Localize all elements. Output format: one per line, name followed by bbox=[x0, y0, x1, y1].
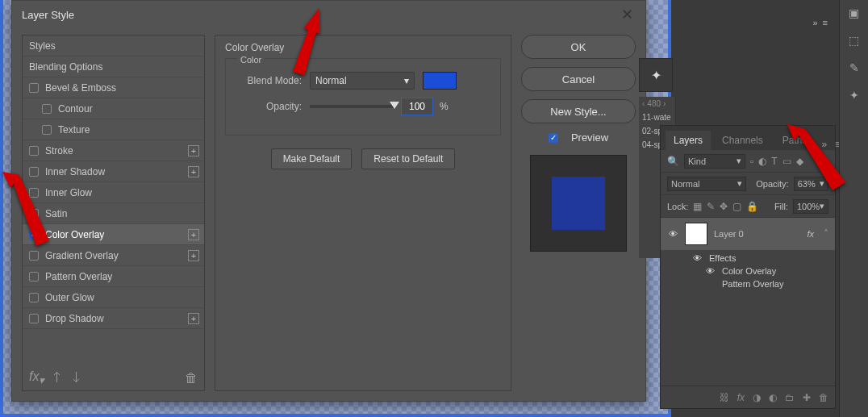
new-style-button[interactable]: New Style... bbox=[521, 99, 636, 123]
effects-heading: Effects bbox=[709, 253, 736, 263]
add-icon[interactable]: + bbox=[188, 229, 199, 240]
fill-label: Fill: bbox=[774, 202, 788, 211]
opacity-input[interactable] bbox=[401, 98, 433, 115]
link-icon[interactable]: ⛓ bbox=[720, 392, 729, 403]
settings-title: Color Overlay bbox=[225, 42, 501, 53]
style-texture[interactable]: Texture bbox=[23, 119, 204, 140]
brush-settings-icon[interactable]: ✎ bbox=[846, 60, 862, 76]
overlay-color-swatch[interactable] bbox=[423, 72, 457, 90]
layer-blend-select[interactable]: Normal▾ bbox=[667, 177, 746, 191]
activity-icon[interactable]: ▣ bbox=[846, 5, 862, 21]
slider-thumb-icon[interactable] bbox=[390, 102, 399, 109]
tab-paths[interactable]: Paths bbox=[774, 131, 816, 150]
effect-item[interactable]: Color Overlay bbox=[722, 266, 776, 276]
trash-icon[interactable]: 🗑 bbox=[185, 371, 198, 386]
dialog-titlebar[interactable]: Layer Style ✕ bbox=[12, 1, 645, 28]
add-icon[interactable]: + bbox=[188, 166, 199, 177]
panel-dock: ▣ ⬚ ✎ ✦ bbox=[839, 0, 868, 417]
layer-name[interactable]: Layer 0 bbox=[714, 229, 744, 239]
styles-header[interactable]: Styles bbox=[23, 35, 204, 56]
style-outer-glow[interactable]: Outer Glow bbox=[23, 287, 204, 308]
style-settings: Color Overlay Color Blend Mode: Normal▾ … bbox=[215, 35, 511, 391]
brush-preview[interactable]: ✦ bbox=[639, 58, 673, 92]
fieldset-legend: Color bbox=[237, 55, 265, 65]
ok-button[interactable]: OK bbox=[521, 35, 636, 59]
preview-swatch bbox=[552, 177, 605, 230]
trash-icon[interactable]: 🗑 bbox=[819, 392, 828, 403]
layer-fill-input[interactable]: 100%▾ bbox=[793, 199, 828, 214]
collapse-icon[interactable]: » bbox=[821, 139, 827, 150]
fx-icon[interactable]: fx bbox=[737, 392, 745, 403]
filter-shape-icon[interactable]: ▭ bbox=[782, 156, 791, 167]
lock-all-icon[interactable]: 🔒 bbox=[746, 201, 758, 212]
reset-default-button[interactable]: Reset to Default bbox=[361, 148, 455, 169]
style-contour[interactable]: Contour bbox=[23, 98, 204, 119]
layer-thumbnail[interactable] bbox=[685, 223, 707, 245]
style-inner-shadow[interactable]: Inner Shadow+ bbox=[23, 161, 204, 182]
filter-type-icon[interactable]: T bbox=[771, 156, 777, 167]
style-inner-glow[interactable]: Inner Glow bbox=[23, 182, 204, 203]
add-icon[interactable]: + bbox=[188, 313, 199, 324]
opacity-unit: % bbox=[440, 101, 449, 112]
lock-move-icon[interactable]: ✥ bbox=[720, 201, 728, 212]
preview-box bbox=[530, 155, 627, 252]
visibility-icon[interactable]: 👁 bbox=[691, 253, 703, 263]
add-icon[interactable]: + bbox=[188, 250, 199, 261]
layers-panel: Layers Channels Paths » ≡ 🔍 Kind▾ ▫ ◐ T … bbox=[660, 125, 836, 409]
layer-row[interactable]: 👁 Layer 0 fx ˄ bbox=[661, 218, 835, 250]
brush-icon: ✦ bbox=[651, 68, 661, 83]
close-icon[interactable]: ✕ bbox=[618, 6, 636, 23]
filter-pixel-icon[interactable]: ▫ bbox=[750, 156, 753, 167]
tab-layers[interactable]: Layers bbox=[666, 131, 711, 150]
group-icon[interactable]: 🗀 bbox=[785, 392, 795, 403]
adjustment-icon[interactable]: ◐ bbox=[769, 392, 777, 403]
layer-opacity-input[interactable]: 63%▾ bbox=[794, 177, 828, 191]
chevron-down-icon[interactable]: ˄ bbox=[824, 228, 828, 240]
blend-mode-select[interactable]: Normal▾ bbox=[310, 72, 415, 90]
preview-checkbox[interactable]: ✓ bbox=[549, 133, 558, 143]
visibility-icon[interactable]: 👁 bbox=[667, 229, 678, 239]
dialog-title: Layer Style bbox=[22, 9, 74, 21]
styles-list: Styles Blending Options Bevel & Emboss C… bbox=[22, 35, 205, 391]
filter-adjust-icon[interactable]: ◐ bbox=[758, 156, 766, 167]
tab-channels[interactable]: Channels bbox=[714, 131, 771, 150]
lock-paint-icon[interactable]: ✎ bbox=[707, 201, 715, 212]
chevron-down-icon: ▾ bbox=[404, 75, 409, 86]
opacity-label: Opacity: bbox=[237, 101, 302, 112]
blend-mode-label: Blend Mode: bbox=[237, 75, 302, 86]
style-color-overlay[interactable]: ✓Color Overlay+ bbox=[23, 224, 204, 245]
lock-label: Lock: bbox=[667, 202, 688, 211]
filter-smart-icon[interactable]: ◆ bbox=[796, 156, 803, 167]
collapse-panel-icon[interactable]: » bbox=[812, 18, 817, 27]
mask-icon[interactable]: ◑ bbox=[753, 392, 761, 403]
effect-item[interactable]: Pattern Overlay bbox=[722, 279, 783, 289]
cancel-button[interactable]: Cancel bbox=[521, 67, 636, 91]
style-gradient-overlay[interactable]: Gradient Overlay+ bbox=[23, 245, 204, 266]
move-down-icon[interactable]: 🡓 bbox=[70, 371, 83, 386]
visibility-icon[interactable]: 👁 bbox=[704, 266, 716, 276]
brushes-icon[interactable]: ✦ bbox=[846, 87, 862, 103]
make-default-button[interactable]: Make Default bbox=[271, 148, 353, 169]
style-satin[interactable]: Satin bbox=[23, 203, 204, 224]
layer-style-dialog: Layer Style ✕ Styles Blending Options Be… bbox=[11, 0, 646, 402]
filter-kind-select[interactable]: Kind▾ bbox=[684, 154, 745, 169]
preview-label: Preview bbox=[571, 131, 608, 144]
add-icon[interactable]: + bbox=[188, 145, 199, 156]
new-layer-icon[interactable]: ✚ bbox=[803, 392, 811, 403]
lock-transparent-icon[interactable]: ▦ bbox=[693, 201, 702, 212]
blending-options[interactable]: Blending Options bbox=[23, 56, 204, 77]
list-item[interactable]: 11-wate bbox=[639, 111, 676, 124]
style-drop-shadow[interactable]: Drop Shadow+ bbox=[23, 308, 204, 329]
search-icon[interactable]: 🔍 bbox=[667, 156, 679, 167]
style-pattern-overlay[interactable]: Pattern Overlay bbox=[23, 266, 204, 287]
opacity-label: Opacity: bbox=[756, 179, 788, 189]
style-stroke[interactable]: Stroke+ bbox=[23, 140, 204, 161]
fx-badge[interactable]: fx bbox=[807, 229, 814, 239]
style-bevel-emboss[interactable]: Bevel & Emboss bbox=[23, 77, 204, 98]
move-up-icon[interactable]: 🡑 bbox=[51, 371, 64, 386]
opacity-slider[interactable] bbox=[310, 105, 394, 108]
3d-icon[interactable]: ⬚ bbox=[846, 32, 862, 48]
panel-menu-icon[interactable]: ≡ bbox=[823, 18, 828, 27]
fx-menu-icon[interactable]: fx▾ bbox=[29, 369, 44, 386]
lock-artboard-icon[interactable]: ▢ bbox=[732, 201, 741, 212]
